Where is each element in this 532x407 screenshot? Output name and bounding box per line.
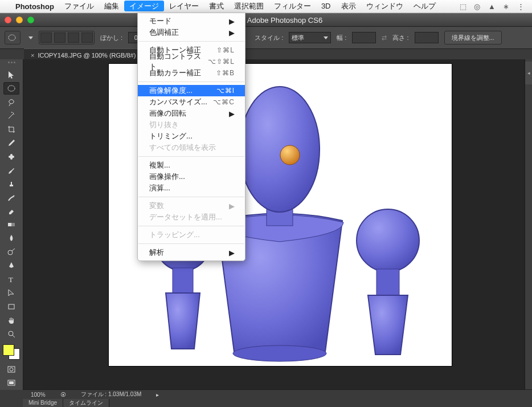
window-zoom-button[interactable] (27, 17, 34, 23)
zoom-readout[interactable]: 100% (27, 392, 49, 398)
menu-separator (138, 156, 244, 157)
selection-new-icon[interactable] (40, 32, 52, 43)
menubar-item-レイヤー[interactable]: レイヤー (164, 1, 204, 11)
menubar-item-イメージ[interactable]: イメージ (124, 1, 164, 11)
clone-stamp-tool[interactable] (3, 178, 19, 190)
chevron-down-icon (324, 36, 328, 39)
menubar-item-3D[interactable]: 3D (316, 1, 336, 11)
menu-item-画像操作[interactable]: 画像操作... (138, 171, 245, 182)
width-field[interactable] (352, 32, 376, 43)
right-panel-dock[interactable]: ◂ (525, 59, 532, 390)
crop-tool[interactable] (3, 123, 19, 136)
image-menu-dropdown: モード▶色調補正▶自動トーン補正⇧⌘L自動コントラスト⌥⇧⌘L自動カラー補正⇧⌘… (137, 13, 245, 261)
menu-item-演算[interactable]: 演算... (138, 182, 245, 194)
color-swatches[interactable] (3, 344, 20, 360)
path-selection-tool[interactable] (3, 287, 19, 299)
panel-grip-icon[interactable] (3, 62, 20, 66)
menu-separator (138, 41, 244, 42)
menu-separator (138, 226, 244, 226)
tool-preset-button[interactable] (5, 31, 21, 44)
menu-item-自動コントラスト[interactable]: 自動コントラスト⌥⇧⌘L (138, 56, 245, 67)
status-file-size[interactable]: ファイル : 1.03M/1.03M (77, 390, 145, 398)
sync-icon[interactable]: ◎ (474, 2, 480, 11)
refine-edge-button[interactable]: 境界線を調整... (444, 31, 502, 44)
svg-rect-19 (173, 268, 193, 294)
menu-item-自動カラー補正[interactable]: 自動カラー補正⇧⌘B (138, 67, 245, 79)
status-bar: 100% ⦿ ファイル : 1.03M/1.03M ▸ (23, 389, 532, 399)
height-label: 高さ : (392, 34, 408, 42)
lasso-tool[interactable] (3, 96, 19, 108)
move-tool[interactable] (3, 68, 19, 81)
style-select[interactable]: 標準 (289, 32, 331, 43)
menubar-item-書式[interactable]: 書式 (204, 1, 229, 11)
healing-brush-tool[interactable] (3, 150, 19, 163)
window-minimize-button[interactable] (16, 17, 23, 23)
expand-panels-icon[interactable]: ◂ (525, 62, 532, 84)
options-bar: ぼかし : 0 px スタイル : 標準 幅 : ⇄ 高さ : 境界線を調整..… (0, 27, 532, 49)
magic-wand-tool[interactable] (3, 109, 19, 122)
eraser-tool[interactable] (3, 205, 19, 218)
menu-item-トラッピング: トラッピング... (138, 229, 245, 241)
mini-bridge-tab[interactable]: Mini Bridge (23, 399, 63, 407)
menubar-item-ファイル[interactable]: ファイル (59, 1, 99, 11)
marquee-tool[interactable] (3, 82, 19, 95)
selection-subtract-icon[interactable] (68, 32, 79, 43)
menubar-item-フィルター[interactable]: フィルター (269, 1, 316, 11)
wifi-icon[interactable]: ⋮ (517, 2, 525, 11)
menu-item-解析[interactable]: 解析▶ (138, 247, 245, 258)
selection-intersect-icon[interactable] (81, 32, 93, 43)
menu-item-label: モード (149, 16, 171, 26)
user-icon[interactable]: ▲ (488, 2, 496, 11)
menu-item-色調補正[interactable]: 色調補正▶ (138, 27, 245, 38)
submenu-arrow-icon: ▶ (229, 17, 235, 26)
bottom-panel-tabs: Mini Bridge タイムライン (23, 399, 532, 407)
height-field[interactable] (415, 32, 439, 43)
svg-point-1 (8, 86, 15, 91)
hand-tool[interactable] (3, 314, 19, 327)
pen-tool[interactable] (3, 259, 19, 272)
selection-add-icon[interactable] (54, 32, 66, 43)
window-close-button[interactable] (5, 17, 11, 23)
tool-preset-dropdown-icon[interactable] (28, 36, 33, 39)
menubar-item-編集[interactable]: 編集 (99, 1, 124, 11)
shape-tool[interactable] (3, 300, 19, 313)
history-brush-tool[interactable] (3, 192, 19, 204)
dodge-tool[interactable] (3, 246, 19, 258)
menubar-item-ヘルプ[interactable]: ヘルプ (408, 1, 441, 11)
foreground-color-swatch[interactable] (3, 344, 14, 356)
menu-item-カンバスサイズ[interactable]: カンバスサイズ...⌥⌘C (138, 96, 245, 108)
menu-item-モード[interactable]: モード▶ (138, 15, 245, 27)
status-menu-arrow-icon[interactable]: ▸ (153, 392, 162, 398)
close-tab-icon[interactable]: × (31, 52, 34, 59)
dropbox-icon[interactable]: ⬚ (460, 2, 466, 11)
menubar-item-表示[interactable]: 表示 (336, 1, 361, 11)
menu-item-label: すべての領域を表示 (149, 143, 216, 153)
bluetooth-icon[interactable]: ∗ (503, 2, 509, 11)
zoom-tool[interactable] (3, 328, 19, 340)
gradient-tool[interactable] (3, 218, 19, 231)
menu-separator (138, 82, 244, 82)
menu-item-shortcut: ⌥⇧⌘L (208, 58, 235, 66)
menu-item-画像解像度[interactable]: 画像解像度...⌥⌘I (138, 85, 245, 96)
status-info-icon[interactable]: ⦿ (57, 392, 69, 398)
eyedropper-tool[interactable] (3, 137, 19, 149)
svg-rect-8 (9, 304, 14, 309)
menu-item-トリミング[interactable]: トリミング... (138, 131, 245, 142)
menubar-item-ウィンドウ[interactable]: ウィンドウ (361, 1, 408, 11)
menu-item-複製[interactable]: 複製... (138, 160, 245, 171)
menu-item-データセットを適用: データセットを適用... (138, 211, 245, 223)
menu-item-画像の回転[interactable]: 画像の回転▶ (138, 108, 245, 119)
quick-mask-toggle[interactable] (3, 363, 19, 376)
blur-tool[interactable] (3, 232, 19, 245)
screen-mode-button[interactable] (3, 377, 19, 389)
menubar-app[interactable]: Photoshop (10, 1, 59, 12)
svg-rect-21 (377, 269, 399, 296)
menu-item-shortcut: ⇧⌘B (216, 69, 235, 77)
timeline-tab[interactable]: タイムライン (63, 399, 109, 407)
brush-tool[interactable] (3, 164, 19, 177)
menubar-item-選択範囲[interactable]: 選択範囲 (229, 1, 269, 11)
window-traffic-lights (5, 17, 34, 23)
type-tool[interactable]: T (3, 273, 19, 286)
canvas-area[interactable] (23, 59, 532, 390)
swap-dimensions-icon[interactable]: ⇄ (382, 34, 387, 42)
